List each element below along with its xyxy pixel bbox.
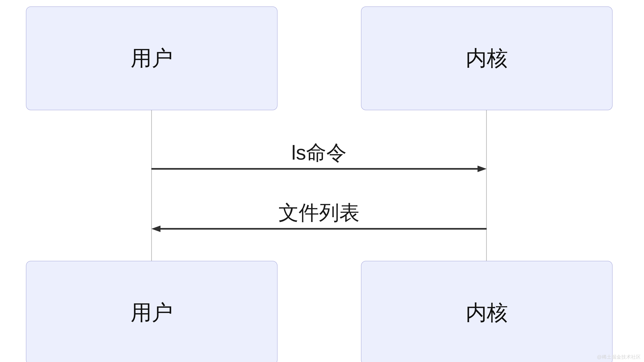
sequence-diagram: 用户 内核 用户 内核 ls命令 文件列表 @稀土掘金技术社区 <box>0 0 644 362</box>
arrow-msg1 <box>152 167 486 173</box>
arrow-msg2 <box>152 227 486 233</box>
node-kernel-bottom: 内核 <box>361 261 612 362</box>
lifeline-kernel <box>486 110 487 261</box>
watermark: @稀土掘金技术社区 <box>597 354 641 361</box>
node-kernel-top: 内核 <box>361 6 612 110</box>
svg-marker-3 <box>152 225 160 232</box>
lifeline-user <box>151 110 152 261</box>
node-kernel-bottom-label: 内核 <box>466 299 508 327</box>
node-user-top-label: 用户 <box>130 44 173 73</box>
msg2-label: 文件列表 <box>278 199 360 226</box>
svg-marker-1 <box>478 166 486 172</box>
node-user-top: 用户 <box>26 6 278 110</box>
node-user-bottom-label: 用户 <box>130 299 173 327</box>
msg1-label: ls命令 <box>292 139 346 167</box>
node-user-bottom: 用户 <box>26 261 278 362</box>
node-kernel-top-label: 内核 <box>466 44 508 73</box>
